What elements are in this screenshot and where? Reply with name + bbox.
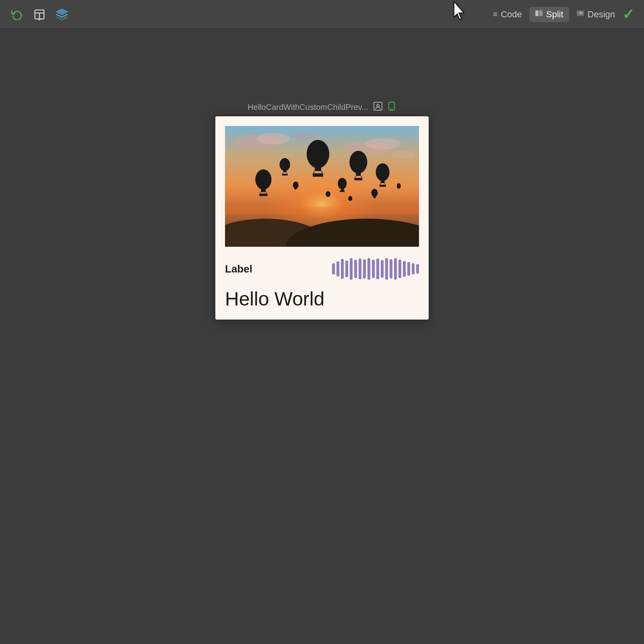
svg-point-59 <box>348 196 352 201</box>
waveform-bar <box>363 259 366 279</box>
waveform-bar <box>385 258 388 280</box>
split-mode-button[interactable]: Split <box>529 7 569 22</box>
split-mode-icon <box>535 9 543 19</box>
code-mode-icon: ≡ <box>493 10 497 19</box>
svg-rect-36 <box>381 180 385 183</box>
svg-point-40 <box>255 169 271 190</box>
waveform-bar <box>332 263 335 275</box>
toolbar-left <box>10 7 69 22</box>
svg-rect-4 <box>535 10 539 16</box>
svg-point-20 <box>391 150 415 158</box>
preview-person-icon[interactable] <box>373 101 383 113</box>
svg-rect-31 <box>356 173 361 176</box>
svg-rect-41 <box>261 189 266 192</box>
card-label: Label <box>225 263 252 275</box>
svg-rect-9 <box>374 102 382 110</box>
waveform-bar <box>336 261 339 277</box>
component-label-bar: HelloCardWithCustomChildPrev... <box>248 101 396 113</box>
waveform-bar <box>350 258 353 280</box>
refresh-icon[interactable] <box>10 7 24 22</box>
svg-rect-44 <box>259 194 267 196</box>
view-mode-group: ≡ Code Split Design ✓ <box>487 6 634 23</box>
svg-point-16 <box>257 133 289 144</box>
design-mode-label: Design <box>588 9 615 20</box>
svg-rect-46 <box>283 170 287 172</box>
waveform-bar <box>372 260 375 278</box>
code-mode-label: Code <box>501 9 522 20</box>
svg-rect-26 <box>315 167 321 171</box>
svg-point-35 <box>376 163 390 181</box>
split-mode-label: Split <box>546 9 564 20</box>
waveform-bar <box>376 258 379 279</box>
waveform-bar <box>345 260 348 277</box>
svg-rect-34 <box>354 178 362 180</box>
component-label-icons <box>373 101 396 113</box>
code-mode-button[interactable]: ≡ Code <box>487 7 527 22</box>
svg-point-50 <box>338 178 347 189</box>
svg-marker-3 <box>57 9 68 14</box>
card-title: Hello World <box>225 288 419 310</box>
waveform-bar <box>407 262 410 276</box>
svg-point-25 <box>307 140 329 168</box>
svg-rect-56 <box>295 188 297 190</box>
svg-point-45 <box>280 158 290 171</box>
svg-rect-54 <box>374 196 376 198</box>
waveform <box>332 258 419 280</box>
waveform-bar <box>398 260 401 278</box>
svg-rect-51 <box>341 188 344 190</box>
svg-point-10 <box>377 104 379 107</box>
checkmark-icon: ✓ <box>622 6 634 23</box>
svg-rect-52 <box>340 190 345 192</box>
design-mode-icon <box>576 9 584 19</box>
card: Label Hello World <box>215 116 429 320</box>
component-name-label: HelloCardWithCustomChildPrev... <box>248 103 368 112</box>
toolbar: ≡ Code Split Design ✓ <box>0 0 644 29</box>
card-image-container <box>225 126 419 247</box>
waveform-bar <box>394 258 397 280</box>
waveform-bar <box>367 258 370 280</box>
svg-point-19 <box>292 132 320 140</box>
waveform-bar <box>381 260 384 278</box>
svg-point-55 <box>293 182 299 189</box>
design-mode-button[interactable]: Design <box>571 7 621 22</box>
waveform-bar <box>341 259 344 279</box>
svg-point-57 <box>326 191 330 197</box>
svg-rect-29 <box>313 173 323 177</box>
svg-point-53 <box>372 189 378 197</box>
svg-point-58 <box>397 183 401 189</box>
svg-rect-5 <box>539 10 543 16</box>
svg-rect-49 <box>282 174 288 175</box>
svg-rect-24 <box>225 206 419 215</box>
waveform-bar <box>354 260 357 278</box>
layers-icon[interactable] <box>55 7 69 22</box>
card-label-row: Label <box>225 258 419 280</box>
svg-rect-39 <box>380 185 386 187</box>
waveform-bar <box>416 264 419 274</box>
layout-icon[interactable] <box>32 7 47 22</box>
preview-phone-icon[interactable] <box>387 101 396 113</box>
waveform-bar <box>390 259 392 279</box>
waveform-bar <box>359 258 361 279</box>
canvas-area: HelloCardWithCustomChildPrev... <box>0 29 644 644</box>
card-wrapper: Label Hello World <box>215 116 429 320</box>
svg-point-30 <box>349 151 367 173</box>
card-image <box>225 126 419 247</box>
svg-point-18 <box>364 138 400 150</box>
waveform-bar <box>403 261 406 277</box>
waveform-bar <box>412 263 415 275</box>
